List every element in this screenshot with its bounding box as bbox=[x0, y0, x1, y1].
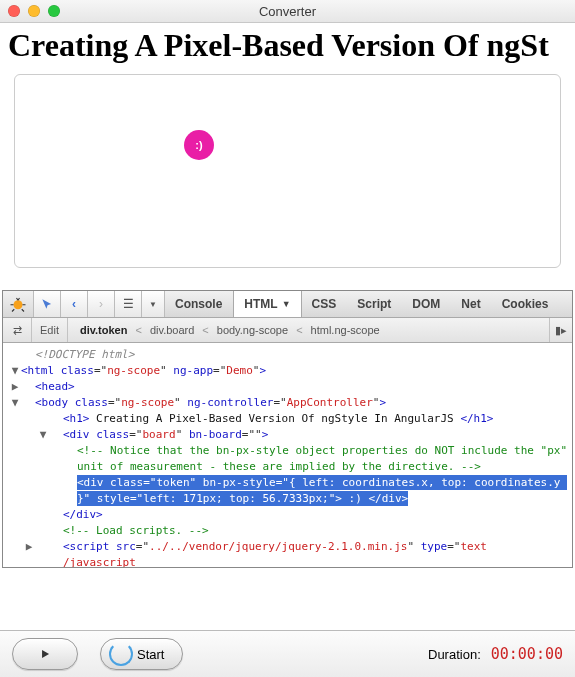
token[interactable]: :) bbox=[184, 130, 214, 160]
crumb-html[interactable]: html.ng-scope bbox=[303, 324, 388, 336]
spinner-icon bbox=[109, 642, 133, 666]
preview-viewport: Creating A Pixel-Based Version Of ngSt :… bbox=[0, 27, 575, 268]
titlebar[interactable]: Converter bbox=[0, 0, 575, 23]
tree-div-close[interactable]: </div> bbox=[21, 507, 103, 523]
tab-dom[interactable]: DOM bbox=[402, 291, 451, 317]
tree-h1[interactable]: <h1> Creating A Pixel-Based Version Of n… bbox=[21, 411, 494, 427]
devtools-tabs: Console HTML ▼ CSS Script DOM Net Cookie… bbox=[165, 291, 572, 317]
bottom-toolbar: Start Duration: 00:00:00 bbox=[0, 630, 575, 677]
nav-forward-icon[interactable]: › bbox=[88, 291, 115, 317]
duration-value: 00:00:00 bbox=[491, 645, 563, 663]
dropdown-icon[interactable]: ▼ bbox=[142, 291, 165, 317]
chevron-down-icon: ▼ bbox=[282, 299, 291, 309]
start-button[interactable]: Start bbox=[100, 638, 183, 670]
board[interactable]: :) bbox=[14, 74, 561, 268]
twisty-icon[interactable]: ▶ bbox=[9, 539, 35, 555]
tree-div-board[interactable]: <div class="board" bn-board=""> bbox=[49, 427, 268, 443]
play-button[interactable] bbox=[12, 638, 78, 670]
nav-back-icon[interactable]: ‹ bbox=[61, 291, 88, 317]
side-panel-toggle-icon[interactable]: ▮▸ bbox=[549, 318, 572, 342]
devtools-toolbar: ‹ › ☰ ▼ Console HTML ▼ CSS Script DOM Ne… bbox=[3, 291, 572, 318]
crumb-board[interactable]: div.board bbox=[142, 324, 202, 336]
crumb-body[interactable]: body.ng-scope bbox=[209, 324, 296, 336]
minimize-icon[interactable] bbox=[28, 5, 40, 17]
tree-comment-board: <!-- Notice that the bn-px-style object … bbox=[21, 443, 570, 475]
window-title: Converter bbox=[8, 4, 567, 19]
tree-script[interactable]: <script src="../../vendor/jquery/jquery-… bbox=[35, 539, 487, 567]
traffic-lights bbox=[8, 5, 60, 17]
duration-label: Duration: bbox=[428, 647, 481, 662]
breadcrumb-bar: ⇄ Edit div.token < div.board < body.ng-s… bbox=[3, 318, 572, 343]
close-icon[interactable] bbox=[8, 5, 20, 17]
tree-head[interactable]: <head> bbox=[21, 379, 75, 395]
page-title: Creating A Pixel-Based Version Of ngSt bbox=[8, 27, 567, 64]
tab-css[interactable]: CSS bbox=[302, 291, 348, 317]
twisty-icon[interactable]: ▼ bbox=[9, 395, 21, 411]
firebug-icon[interactable] bbox=[3, 291, 34, 317]
zoom-icon[interactable] bbox=[48, 5, 60, 17]
devtools-panel: ‹ › ☰ ▼ Console HTML ▼ CSS Script DOM Ne… bbox=[2, 290, 573, 568]
tree-div-token[interactable]: <div class="token" bn-px-style="{ left: … bbox=[21, 475, 570, 507]
tree-comment-scripts: <!-- Load scripts. --> bbox=[21, 523, 209, 539]
tab-cookies[interactable]: Cookies bbox=[492, 291, 560, 317]
tab-html-label: HTML bbox=[244, 297, 277, 311]
html-tree[interactable]: <!DOCTYPE html> ▼<html class="ng-scope" … bbox=[3, 343, 572, 567]
menu-lines-icon[interactable]: ☰ bbox=[115, 291, 142, 317]
start-button-label: Start bbox=[137, 647, 164, 662]
crumb-token[interactable]: div.token bbox=[72, 324, 135, 336]
arrows-icon[interactable]: ⇄ bbox=[3, 318, 32, 342]
duration-display: Duration: 00:00:00 bbox=[428, 645, 563, 663]
twisty-icon[interactable]: ▼ bbox=[9, 363, 21, 379]
twisty-icon[interactable]: ▶ bbox=[9, 379, 21, 395]
tree-doctype: <!DOCTYPE html> bbox=[21, 347, 134, 363]
inspect-icon[interactable] bbox=[34, 291, 61, 317]
svg-point-0 bbox=[14, 300, 23, 309]
tab-net[interactable]: Net bbox=[451, 291, 491, 317]
tab-console[interactable]: Console bbox=[165, 291, 233, 317]
tab-html[interactable]: HTML ▼ bbox=[233, 291, 301, 317]
twisty-icon[interactable]: ▼ bbox=[9, 427, 49, 443]
tree-body[interactable]: <body class="ng-scope" ng-controller="Ap… bbox=[21, 395, 386, 411]
tree-html[interactable]: <html class="ng-scope" ng-app="Demo"> bbox=[21, 363, 266, 379]
tab-script[interactable]: Script bbox=[347, 291, 402, 317]
app-window: Converter Creating A Pixel-Based Version… bbox=[0, 0, 575, 677]
edit-button[interactable]: Edit bbox=[32, 324, 67, 336]
